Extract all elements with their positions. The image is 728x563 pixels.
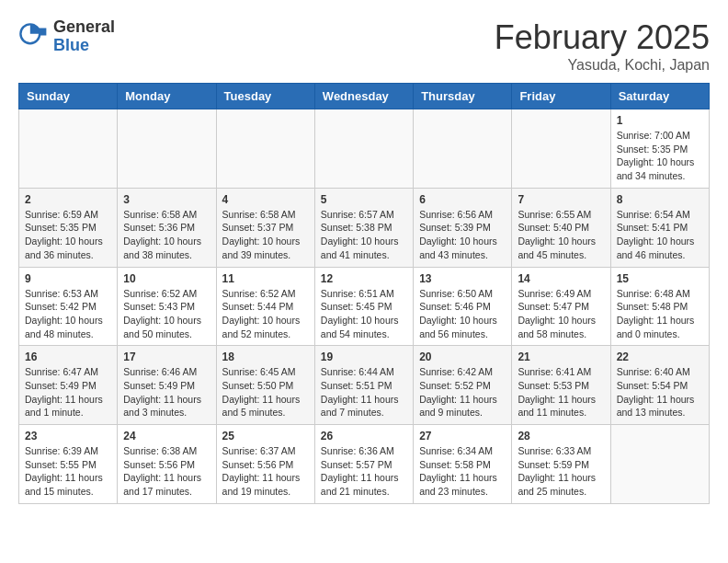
calendar-cell — [414, 109, 512, 189]
calendar-cell: 26Sunrise: 6:36 AM Sunset: 5:57 PM Dayli… — [314, 425, 413, 504]
day-number: 2 — [25, 193, 111, 206]
day-number: 19 — [321, 350, 407, 363]
day-number: 13 — [419, 272, 506, 285]
day-info: Sunrise: 6:49 AM Sunset: 5:47 PM Dayligh… — [518, 287, 604, 341]
calendar-cell — [610, 425, 709, 504]
day-info: Sunrise: 6:41 AM Sunset: 5:53 PM Dayligh… — [518, 365, 604, 419]
calendar-cell — [512, 109, 610, 189]
day-number: 26 — [321, 430, 407, 442]
calendar-cell: 19Sunrise: 6:44 AM Sunset: 5:51 PM Dayli… — [314, 346, 413, 425]
weekday-header-tuesday: Tuesday — [216, 84, 314, 109]
calendar-cell: 25Sunrise: 6:37 AM Sunset: 5:56 PM Dayli… — [216, 425, 314, 504]
calendar-week-row: 9Sunrise: 6:53 AM Sunset: 5:42 PM Daylig… — [19, 267, 710, 346]
day-number: 5 — [321, 193, 407, 206]
day-info: Sunrise: 6:52 AM Sunset: 5:44 PM Dayligh… — [222, 287, 309, 341]
day-info: Sunrise: 6:40 AM Sunset: 5:54 PM Dayligh… — [617, 365, 703, 419]
day-info: Sunrise: 6:42 AM Sunset: 5:52 PM Dayligh… — [419, 365, 506, 419]
calendar-week-row: 2Sunrise: 6:59 AM Sunset: 5:35 PM Daylig… — [19, 188, 710, 267]
logo-icon — [18, 22, 48, 52]
day-info: Sunrise: 6:57 AM Sunset: 5:38 PM Dayligh… — [321, 208, 407, 262]
calendar-table: SundayMondayTuesdayWednesdayThursdayFrid… — [18, 83, 710, 504]
day-number: 6 — [419, 193, 506, 206]
day-info: Sunrise: 6:37 AM Sunset: 5:56 PM Dayligh… — [222, 444, 309, 499]
calendar-cell — [118, 109, 216, 189]
calendar-cell: 24Sunrise: 6:38 AM Sunset: 5:56 PM Dayli… — [118, 425, 216, 504]
day-number: 14 — [518, 272, 604, 285]
calendar-title: February 2025 — [495, 18, 710, 57]
day-info: Sunrise: 6:48 AM Sunset: 5:48 PM Dayligh… — [617, 287, 703, 341]
calendar-cell — [216, 109, 314, 189]
day-info: Sunrise: 6:52 AM Sunset: 5:43 PM Dayligh… — [123, 287, 210, 341]
title-block: February 2025 Yasuda, Kochi, Japan — [495, 18, 710, 74]
day-number: 27 — [419, 430, 506, 442]
calendar-cell: 14Sunrise: 6:49 AM Sunset: 5:47 PM Dayli… — [512, 267, 610, 346]
day-number: 28 — [518, 430, 604, 442]
day-info: Sunrise: 6:50 AM Sunset: 5:46 PM Dayligh… — [419, 287, 506, 341]
calendar-cell: 16Sunrise: 6:47 AM Sunset: 5:49 PM Dayli… — [19, 346, 118, 425]
weekday-header-sunday: Sunday — [19, 84, 118, 109]
day-info: Sunrise: 6:38 AM Sunset: 5:56 PM Dayligh… — [123, 444, 210, 499]
day-info: Sunrise: 6:51 AM Sunset: 5:45 PM Dayligh… — [321, 287, 407, 341]
day-number: 22 — [617, 350, 703, 363]
day-info: Sunrise: 6:47 AM Sunset: 5:49 PM Dayligh… — [25, 365, 111, 419]
calendar-cell: 27Sunrise: 6:34 AM Sunset: 5:58 PM Dayli… — [414, 425, 512, 504]
day-info: Sunrise: 6:59 AM Sunset: 5:35 PM Dayligh… — [25, 208, 111, 262]
day-number: 25 — [222, 430, 309, 442]
day-number: 1 — [617, 114, 703, 127]
calendar-cell: 22Sunrise: 6:40 AM Sunset: 5:54 PM Dayli… — [610, 346, 709, 425]
day-info: Sunrise: 6:58 AM Sunset: 5:37 PM Dayligh… — [222, 208, 309, 262]
calendar-cell: 28Sunrise: 6:33 AM Sunset: 5:59 PM Dayli… — [512, 425, 610, 504]
day-number: 7 — [518, 193, 604, 206]
calendar-cell: 1Sunrise: 7:00 AM Sunset: 5:35 PM Daylig… — [610, 109, 709, 189]
day-number: 3 — [123, 193, 210, 206]
day-number: 4 — [222, 193, 309, 206]
weekday-header-wednesday: Wednesday — [314, 84, 413, 109]
day-info: Sunrise: 6:56 AM Sunset: 5:39 PM Dayligh… — [419, 208, 506, 262]
day-number: 20 — [419, 350, 506, 363]
logo-text: General Blue — [53, 18, 115, 55]
calendar-cell: 15Sunrise: 6:48 AM Sunset: 5:48 PM Dayli… — [610, 267, 709, 346]
day-number: 24 — [123, 430, 210, 442]
day-number: 9 — [25, 272, 111, 285]
day-info: Sunrise: 7:00 AM Sunset: 5:35 PM Dayligh… — [617, 129, 703, 183]
calendar-cell: 20Sunrise: 6:42 AM Sunset: 5:52 PM Dayli… — [414, 346, 512, 425]
day-info: Sunrise: 6:36 AM Sunset: 5:57 PM Dayligh… — [321, 444, 407, 499]
calendar-cell: 3Sunrise: 6:58 AM Sunset: 5:36 PM Daylig… — [118, 188, 216, 267]
day-number: 17 — [123, 350, 210, 363]
weekday-header-saturday: Saturday — [610, 84, 709, 109]
calendar-cell — [19, 109, 118, 189]
calendar-cell: 2Sunrise: 6:59 AM Sunset: 5:35 PM Daylig… — [19, 188, 118, 267]
weekday-header-row: SundayMondayTuesdayWednesdayThursdayFrid… — [19, 84, 710, 109]
calendar-cell: 5Sunrise: 6:57 AM Sunset: 5:38 PM Daylig… — [314, 188, 413, 267]
calendar-cell: 23Sunrise: 6:39 AM Sunset: 5:55 PM Dayli… — [19, 425, 118, 504]
day-info: Sunrise: 6:55 AM Sunset: 5:40 PM Dayligh… — [518, 208, 604, 262]
calendar-cell: 12Sunrise: 6:51 AM Sunset: 5:45 PM Dayli… — [314, 267, 413, 346]
calendar-cell: 18Sunrise: 6:45 AM Sunset: 5:50 PM Dayli… — [216, 346, 314, 425]
logo-blue-label: Blue — [53, 37, 115, 55]
calendar-cell: 6Sunrise: 6:56 AM Sunset: 5:39 PM Daylig… — [414, 188, 512, 267]
logo: General Blue — [18, 18, 115, 55]
day-info: Sunrise: 6:44 AM Sunset: 5:51 PM Dayligh… — [321, 365, 407, 419]
calendar-cell: 10Sunrise: 6:52 AM Sunset: 5:43 PM Dayli… — [118, 267, 216, 346]
day-info: Sunrise: 6:39 AM Sunset: 5:55 PM Dayligh… — [25, 444, 111, 499]
calendar-subtitle: Yasuda, Kochi, Japan — [495, 57, 710, 74]
day-number: 8 — [617, 193, 703, 206]
weekday-header-friday: Friday — [512, 84, 610, 109]
day-number: 15 — [617, 272, 703, 285]
calendar-cell: 8Sunrise: 6:54 AM Sunset: 5:41 PM Daylig… — [610, 188, 709, 267]
day-number: 16 — [25, 350, 111, 363]
weekday-header-thursday: Thursday — [414, 84, 512, 109]
day-number: 21 — [518, 350, 604, 363]
day-info: Sunrise: 6:34 AM Sunset: 5:58 PM Dayligh… — [419, 444, 506, 499]
logo-general-label: General — [53, 18, 115, 37]
calendar-cell: 17Sunrise: 6:46 AM Sunset: 5:49 PM Dayli… — [118, 346, 216, 425]
day-number: 11 — [222, 272, 309, 285]
calendar-cell: 13Sunrise: 6:50 AM Sunset: 5:46 PM Dayli… — [414, 267, 512, 346]
weekday-header-monday: Monday — [118, 84, 216, 109]
day-number: 18 — [222, 350, 309, 363]
day-info: Sunrise: 6:33 AM Sunset: 5:59 PM Dayligh… — [518, 444, 604, 499]
calendar-cell: 4Sunrise: 6:58 AM Sunset: 5:37 PM Daylig… — [216, 188, 314, 267]
day-info: Sunrise: 6:58 AM Sunset: 5:36 PM Dayligh… — [123, 208, 210, 262]
calendar-cell: 11Sunrise: 6:52 AM Sunset: 5:44 PM Dayli… — [216, 267, 314, 346]
day-number: 12 — [321, 272, 407, 285]
